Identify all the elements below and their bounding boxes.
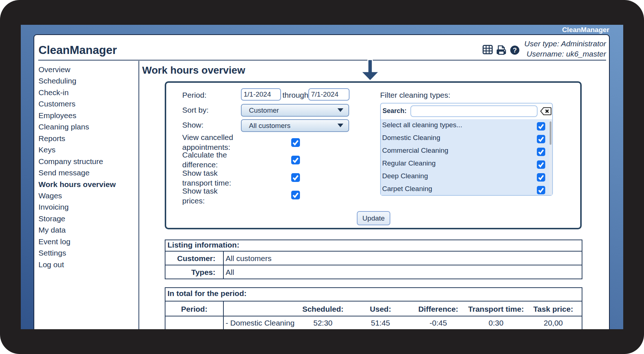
svg-text:?: ? — [513, 47, 517, 54]
